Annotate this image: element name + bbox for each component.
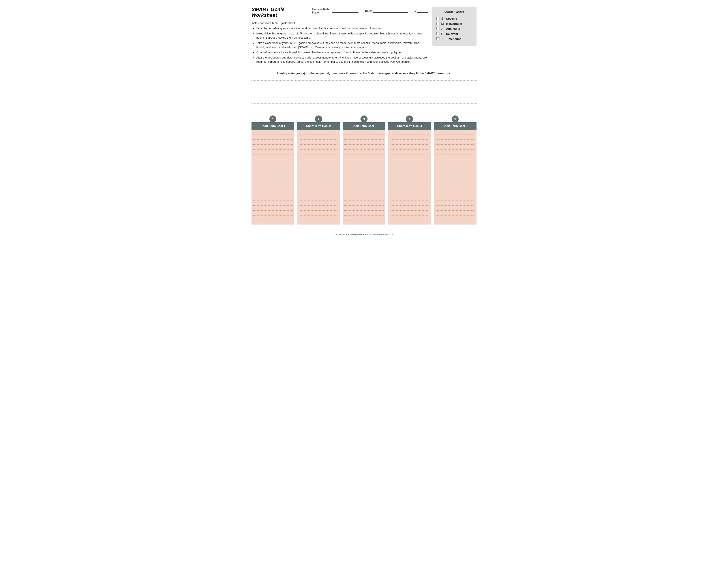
goal-number-badge-1: 1 [269,115,276,122]
goal-3-line-7 [344,162,384,165]
smart-goals-box: Smart Goals S Specific M Measurable A At… [432,7,477,46]
main-goal-line-4[interactable] [251,94,477,98]
goal-5-line-11 [435,182,475,185]
smart-checkbox-r[interactable] [436,32,439,35]
goals-row: 1Short Term Goal 12Short Term Goal 23Sho… [251,115,477,224]
goal-2-line-4 [299,147,338,150]
goal-1-line-7 [253,162,293,165]
smart-word-specific: Specific [446,17,457,20]
goal-5-line-7 [435,162,475,165]
goal-3-line-9 [344,172,384,175]
goal-5-line-9 [435,172,475,175]
goal-5-line-8 [435,167,475,170]
instruction-item-4: Establish a timeline for each goal, but … [256,50,428,55]
goal-1-line-15 [253,202,293,205]
goal-1-line-1 [253,131,293,134]
goal-1-line-13 [253,192,293,195]
goal-5-line-3 [435,141,475,145]
smart-checkbox-s[interactable] [436,17,439,20]
goal-1-line-16 [253,207,293,211]
goal-2-line-3 [299,141,338,145]
main-goal-prompt: Identify main goal(s) for the set period… [251,71,477,75]
smart-checkbox-a[interactable] [436,27,439,30]
instructions-intro: Instructions for SMART goals sheet: [251,21,428,25]
goal-2-line-13 [299,192,338,195]
date-value[interactable] [373,9,408,13]
goal-4-line-4 [390,147,429,150]
main-goal-line-2[interactable] [251,83,477,86]
goal-1-line-12 [253,187,293,190]
goal-1-line-2 [253,136,293,139]
goal-3-line-10 [344,177,384,180]
goal-1-line-17 [253,212,293,216]
goal-body-4[interactable] [388,130,431,224]
success-path-value[interactable] [332,9,358,13]
goal-4-line-1 [390,131,429,134]
goal-4-line-17 [390,212,429,216]
goal-3-line-15 [344,202,384,205]
main-goal-line-3[interactable] [251,88,477,92]
goal-body-1[interactable] [251,130,294,224]
success-path-label: Success Path Stage: [312,8,331,14]
goal-4-line-8 [390,167,429,170]
smart-word-attainable: Attainable [446,27,460,30]
top-area: SMART Goals Worksheet Success Path Stage… [251,7,477,68]
smart-word-timebound: Timebound [446,37,462,41]
goal-body-5[interactable] [434,130,477,224]
dotted-lines-area [251,77,477,109]
goal-3-line-4 [344,147,384,150]
goal-4-line-15 [390,202,429,205]
goal-2-line-14 [299,197,338,200]
goal-2-line-15 [299,202,338,205]
goal-1-line-4 [253,147,293,150]
goal-1-line-8 [253,167,293,170]
main-goal-line-1[interactable] [251,77,477,81]
goal-2-line-2 [299,136,338,139]
goal-4-line-7 [390,162,429,165]
goal-3-line-6 [344,157,384,160]
smart-item-s: S Specific [436,17,471,20]
hash-value[interactable] [417,9,428,13]
goal-2-line-18 [299,218,338,221]
goal-2-line-7 [299,162,338,165]
date-field: Date: [365,9,408,13]
goal-5-line-2 [435,136,475,139]
goal-2-line-1 [299,131,338,134]
goal-body-2[interactable] [297,130,340,224]
goal-3-line-8 [344,167,384,170]
smart-checkbox-m[interactable] [436,22,439,25]
goal-header-3: Short Term Goal 3 [343,122,385,130]
instruction-item-5: After the designated due date, conduct a… [256,56,428,64]
goal-4-line-6 [390,157,429,160]
goal-3-line-5 [344,152,384,155]
goal-4-line-10 [390,177,429,180]
goal-5-line-1 [435,131,475,134]
goal-1-line-3 [253,141,293,145]
goal-1-line-18 [253,218,293,221]
main-goal-line-6[interactable] [251,106,477,109]
goal-3-line-11 [344,182,384,185]
goal-5-line-6 [435,157,475,160]
goal-5-line-5 [435,152,475,155]
goal-3-line-14 [344,197,384,200]
goal-1-line-5 [253,152,293,155]
smart-letter-s: S [441,17,444,20]
goal-header-5: Short Term Goal 5 [434,122,477,130]
smart-checkbox-t[interactable] [436,37,439,40]
smart-item-r: R Relevant [436,32,471,36]
goal-4-line-12 [390,187,429,190]
smart-word-measurable: Measurable [446,22,462,25]
goal-4-line-2 [390,136,429,139]
main-goal-line-5[interactable] [251,100,477,103]
goal-5-line-18 [435,218,475,221]
smart-item-m: M Measurable [436,22,471,25]
smart-item-t: T Timebound [436,37,471,41]
goal-4-line-3 [390,141,429,145]
goal-5-line-15 [435,202,475,205]
goal-body-3[interactable] [343,130,385,224]
left-section: SMART Goals Worksheet Success Path Stage… [251,7,428,68]
goal-1-line-14 [253,197,293,200]
goal-2-line-8 [299,167,338,170]
smart-word-relevant: Relevant [446,32,458,36]
goal-5-line-10 [435,177,475,180]
